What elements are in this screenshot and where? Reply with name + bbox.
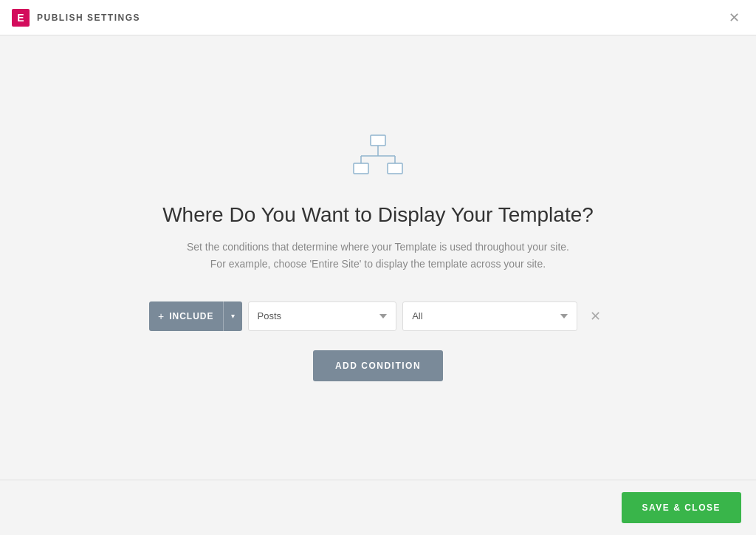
include-button[interactable]: + INCLUDE ▾: [149, 301, 242, 331]
condition-row: + INCLUDE ▾ Posts Pages Custom All Speci…: [149, 301, 607, 331]
conditions-area: + INCLUDE ▾ Posts Pages Custom All Speci…: [149, 301, 607, 381]
icon-area: [352, 134, 404, 181]
elementor-logo: E: [12, 9, 30, 27]
svg-rect-0: [371, 135, 385, 146]
include-dropdown-arrow: ▾: [224, 301, 242, 331]
header-left: E PUBLISH SETTINGS: [12, 9, 140, 27]
dialog-footer: SAVE & CLOSE: [0, 480, 756, 535]
remove-condition-button[interactable]: ✕: [583, 304, 607, 328]
svg-rect-5: [354, 163, 368, 174]
condition-value-select[interactable]: All Specific: [402, 301, 577, 331]
include-label: INCLUDE: [169, 311, 213, 321]
condition-type-select[interactable]: Posts Pages Custom: [248, 301, 397, 331]
dialog-title: PUBLISH SETTINGS: [37, 13, 140, 23]
svg-rect-6: [388, 163, 402, 174]
add-condition-button[interactable]: ADD CONDITION: [313, 350, 443, 381]
publish-settings-dialog: E PUBLISH SETTINGS ✕: [0, 0, 756, 535]
dialog-header: E PUBLISH SETTINGS ✕: [0, 0, 756, 35]
main-content: Where Do You Want to Display Your Templa…: [0, 35, 756, 480]
save-close-button[interactable]: SAVE & CLOSE: [622, 492, 741, 523]
page-description: Set the conditions that determine where …: [187, 239, 569, 272]
include-plus-icon: +: [158, 310, 165, 322]
page-heading: Where Do You Want to Display Your Templa…: [162, 203, 594, 227]
site-structure-icon: [352, 134, 404, 178]
close-button[interactable]: ✕: [724, 7, 744, 28]
